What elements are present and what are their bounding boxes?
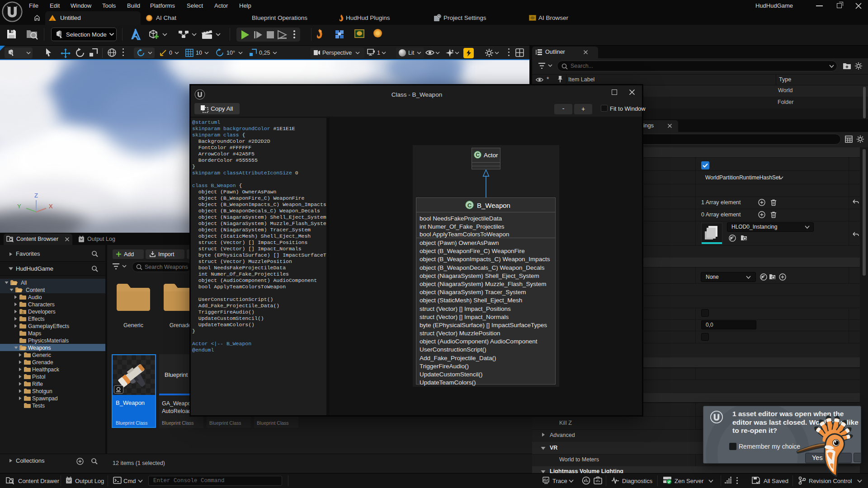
svg-text:Z: Z <box>34 192 38 199</box>
svg-text:Y: Y <box>17 203 21 210</box>
svg-text:X: X <box>49 203 53 210</box>
